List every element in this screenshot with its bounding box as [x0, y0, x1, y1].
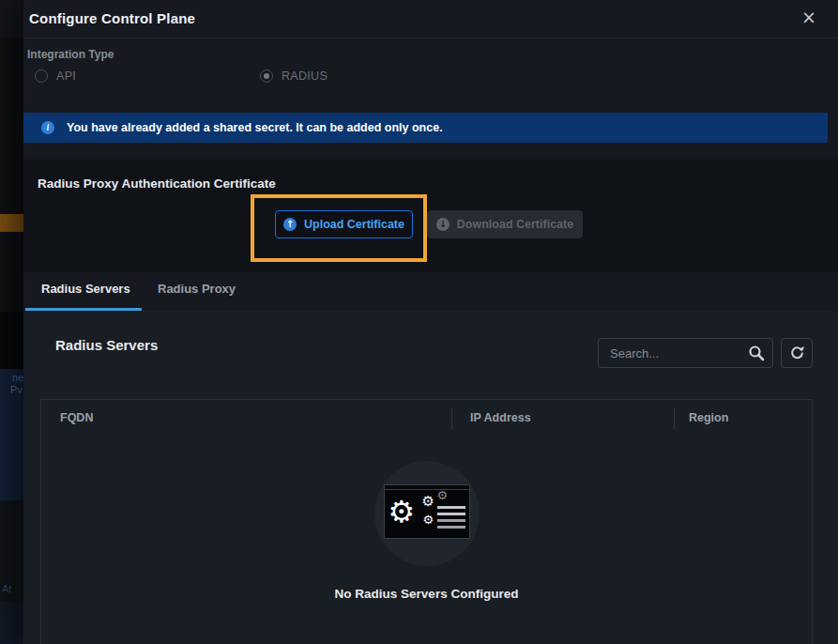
download-certificate-button[interactable]: ↓ Download Certificate [427, 210, 583, 238]
radio-radius-label: RADIUS [282, 69, 328, 83]
column-divider [674, 407, 675, 430]
radio-option-api[interactable]: API [35, 69, 76, 83]
info-icon: i [41, 121, 54, 134]
column-header-fqdn: FQDN [60, 411, 93, 424]
list-line [437, 506, 465, 509]
tab-radius-proxy[interactable]: Radius Proxy [158, 282, 236, 296]
radio-option-radius[interactable]: RADIUS [260, 69, 328, 83]
info-banner-text: You have already added a shared secret. … [67, 121, 443, 134]
radius-servers-panel: Radius Servers FQDN IP Address Region [23, 311, 838, 644]
upload-certificate-label: Upload Certificate [304, 218, 404, 231]
radio-api-label: API [56, 69, 76, 83]
download-icon: ↓ [436, 218, 449, 231]
background-block [0, 601, 23, 644]
list-line [437, 519, 465, 522]
search-box [598, 338, 773, 368]
integration-type-radio-group: API RADIUS [23, 69, 838, 86]
integration-type-label: Integration Type [27, 48, 114, 61]
background-block [0, 312, 23, 369]
certificate-section: Radius Proxy Authentication Certificate … [23, 160, 838, 272]
info-banner: i You have already added a shared secret… [23, 113, 828, 143]
radio-api-icon[interactable] [35, 69, 48, 83]
column-header-region: Region [689, 411, 728, 424]
radio-radius-icon[interactable] [260, 69, 273, 83]
background-orange-bar [0, 214, 23, 232]
gear-icon: ⚙ [437, 489, 449, 501]
table-header-row: FQDN IP Address Region [41, 400, 812, 437]
radius-servers-table: FQDN IP Address Region ⚙ ⚙ ⚙ ⚙ [40, 399, 813, 644]
upload-certificate-button[interactable]: ↑ Upload Certificate [275, 210, 413, 238]
download-certificate-label: Download Certificate [457, 218, 573, 231]
background-app-strip: ne Pv At [0, 0, 23, 644]
search-input[interactable] [598, 338, 773, 368]
graphic-titlebar-line [385, 489, 469, 490]
certificate-section-title: Radius Proxy Authentication Certificate [38, 176, 276, 191]
close-icon[interactable]: × [798, 6, 820, 28]
desktop-background: { "background": { "fragments": { "f1": "… [0, 0, 838, 644]
background-block [0, 232, 23, 312]
servers-gears-icon: ⚙ ⚙ ⚙ ⚙ [384, 484, 470, 539]
background-text-fragment: At [2, 583, 11, 594]
background-text-fragment: Pv [10, 384, 23, 395]
list-line [437, 526, 465, 529]
background-block [0, 0, 23, 38]
refresh-button[interactable] [781, 338, 813, 368]
empty-state: ⚙ ⚙ ⚙ ⚙ No Radius Servers Configured [41, 437, 812, 601]
background-block [0, 38, 23, 216]
column-header-ip-address: IP Address [470, 411, 531, 424]
configure-control-plane-dialog: Configure Control Plane × Integration Ty… [23, 0, 838, 644]
column-divider [451, 407, 452, 430]
dialog-header: Configure Control Plane × [23, 0, 838, 38]
background-text-fragment: ne [12, 372, 23, 383]
tab-radius-servers[interactable]: Radius Servers [41, 282, 130, 296]
empty-state-circle: ⚙ ⚙ ⚙ ⚙ [374, 461, 480, 566]
gear-icon: ⚙ [422, 495, 434, 509]
list-line [437, 513, 465, 515]
gear-icon: ⚙ [423, 514, 434, 526]
empty-state-text: No Radius Servers Configured [41, 587, 812, 601]
radius-servers-heading: Radius Servers [55, 337, 158, 353]
dialog-title: Configure Control Plane [29, 10, 195, 26]
search-icon [748, 345, 765, 361]
tab-bar: Radius Servers Radius Proxy [23, 272, 838, 311]
upload-icon: ↑ [283, 218, 297, 231]
gear-icon: ⚙ [389, 497, 416, 527]
refresh-icon [789, 345, 805, 361]
